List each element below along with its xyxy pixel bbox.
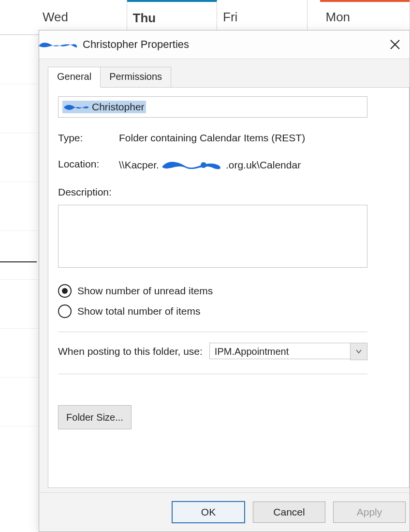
time-grid: [0, 35, 39, 532]
day-header-mon[interactable]: Mon: [320, 0, 410, 34]
location-value: \\Kacper. .org.uk\Calendar: [119, 158, 399, 172]
type-value: Folder containing Calendar Items (REST): [119, 132, 399, 144]
close-button[interactable]: [382, 34, 408, 55]
day-header-thu[interactable]: Thu: [127, 0, 218, 34]
dialog-footer: OK Cancel Apply: [39, 492, 410, 532]
radio-label: Show total number of items: [77, 305, 200, 317]
radio-label: Show number of unread items: [77, 285, 213, 297]
tab-permissions[interactable]: Permissions: [100, 67, 171, 88]
description-label: Description:: [58, 186, 399, 198]
properties-dialog: Christopher Properties General Permissio…: [39, 30, 410, 532]
posting-label: When posting to this folder, use:: [58, 346, 203, 357]
radio-unread[interactable]: Show number of unread items: [58, 284, 399, 298]
svg-point-0: [201, 162, 206, 168]
posting-select[interactable]: IPM.Appointment: [209, 343, 367, 360]
redacted-name-icon: [37, 39, 80, 50]
type-label: Type:: [58, 132, 119, 144]
tab-row: General Permissions: [48, 67, 171, 88]
divider: [58, 374, 367, 374]
tab-panel-general: Christopher Type: Folder containing Cale…: [48, 87, 410, 488]
radio-total[interactable]: Show total number of items: [58, 304, 399, 318]
posting-row: When posting to this folder, use: IPM.Ap…: [58, 343, 367, 360]
redacted-firstname-icon: [64, 103, 89, 111]
day-header-fri[interactable]: Fri: [217, 0, 308, 34]
posting-select-value: IPM.Appointment: [209, 343, 351, 359]
close-icon: [390, 39, 400, 50]
day-header-label: Mon: [326, 10, 351, 25]
tab-general[interactable]: General: [48, 67, 101, 88]
folder-size-button[interactable]: Folder Size...: [58, 405, 132, 429]
day-accent-bar: [320, 0, 410, 2]
current-time-marker: [0, 261, 37, 262]
location-label: Location:: [58, 158, 119, 172]
day-header-wed[interactable]: Wed: [37, 0, 127, 34]
folder-name-value: Christopher: [62, 101, 146, 113]
divider: [58, 332, 367, 332]
radio-icon: [58, 304, 72, 318]
redacted-location-icon: [161, 158, 224, 172]
ok-button[interactable]: OK: [172, 501, 245, 523]
description-textarea[interactable]: [58, 205, 367, 268]
apply-button: Apply: [333, 502, 406, 523]
folder-name-field[interactable]: Christopher: [58, 96, 367, 118]
dialog-title: Christopher Properties: [83, 38, 189, 51]
cancel-button[interactable]: Cancel: [253, 502, 325, 523]
chevron-down-icon: [350, 343, 367, 360]
dialog-titlebar: Christopher Properties: [39, 30, 410, 59]
radio-icon: [58, 284, 72, 298]
